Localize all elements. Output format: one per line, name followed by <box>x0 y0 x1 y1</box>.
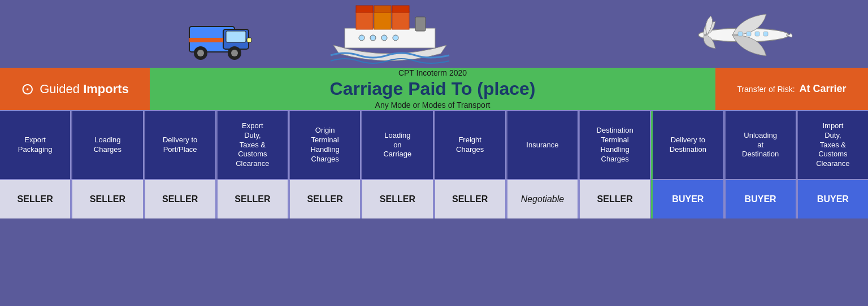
risk-value: At Carrier <box>800 83 847 95</box>
center-section: CPT Incoterm 2020 Carriage Paid To (plac… <box>150 68 715 110</box>
col-body-freight-charges: SELLER <box>434 179 506 218</box>
svg-point-17 <box>359 35 364 41</box>
col-header-origin-terminal: OriginTerminalHandlingCharges <box>289 111 361 179</box>
table-body-row: SELLERSELLERSELLERSELLERSELLERSELLERSELL… <box>0 179 868 218</box>
col-body-origin-terminal: SELLER <box>289 179 361 218</box>
svg-rect-7 <box>189 38 223 42</box>
col-header-freight-charges: FreightCharges <box>434 111 506 179</box>
col-header-insurance: Insurance <box>506 111 579 179</box>
col-body-delivery-port: SELLER <box>144 179 216 218</box>
col-header-import-duty: ImportDuty,Taxes &CustomsClearance <box>797 111 868 179</box>
svg-point-4 <box>197 50 204 56</box>
risk-label: Transfer of Risk: <box>737 85 795 94</box>
logo-text-plain: Guided <box>40 82 83 96</box>
svg-rect-22 <box>738 32 743 36</box>
svg-rect-16 <box>415 17 426 31</box>
logo-icon: ⊙ <box>21 80 34 98</box>
svg-rect-11 <box>374 11 391 29</box>
svg-rect-10 <box>356 11 373 29</box>
svg-rect-14 <box>374 6 391 12</box>
col-body-destination-terminal: SELLER <box>579 179 651 218</box>
svg-rect-2 <box>226 31 246 42</box>
svg-rect-8 <box>247 38 251 42</box>
col-body-unloading-destination: BUYER <box>724 179 797 218</box>
svg-rect-13 <box>356 6 373 12</box>
svg-rect-12 <box>392 11 409 29</box>
col-header-export-packaging: ExportPackaging <box>0 111 71 179</box>
svg-rect-25 <box>763 32 768 36</box>
logo-text-bold: Imports <box>83 82 129 96</box>
ship-icon <box>328 0 452 68</box>
header-strip: ⊙ Guided Imports CPT Incoterm 2020 Carri… <box>0 68 868 110</box>
logo-text: Guided Imports <box>40 82 129 97</box>
col-header-delivery-port: Delivery toPort/Place <box>144 111 216 179</box>
col-header-destination-terminal: DestinationTerminalHandlingCharges <box>579 111 651 179</box>
incoterm-title: Carriage Paid To (place) <box>330 78 536 99</box>
svg-rect-15 <box>392 6 409 12</box>
col-body-delivery-destination: BUYER <box>651 179 724 218</box>
col-header-loading-charges: LoadingCharges <box>71 111 144 179</box>
col-header-unloading-destination: UnloadingatDestination <box>724 111 797 179</box>
svg-point-6 <box>231 50 238 56</box>
logo-section: ⊙ Guided Imports <box>0 68 150 110</box>
svg-point-18 <box>370 35 376 41</box>
incoterm-desc: Any Mode or Modes of Transport <box>375 100 491 110</box>
svg-point-20 <box>393 35 398 41</box>
col-header-export-duty: ExportDuty,Taxes &CustomsClearance <box>216 111 289 179</box>
col-body-export-duty: SELLER <box>216 179 289 218</box>
col-body-export-packaging: SELLER <box>0 179 71 218</box>
table-container: ExportPackagingLoadingChargesDelivery to… <box>0 110 868 218</box>
truck-icon <box>186 12 254 63</box>
svg-rect-24 <box>755 32 760 36</box>
page-wrapper: ⊙ Guided Imports CPT Incoterm 2020 Carri… <box>0 0 868 218</box>
col-header-loading-carriage: LoadingonCarriage <box>361 111 433 179</box>
svg-rect-23 <box>747 32 751 36</box>
svg-point-19 <box>381 35 387 41</box>
incoterm-subtitle: CPT Incoterm 2020 <box>398 68 467 77</box>
col-body-loading-charges: SELLER <box>71 179 144 218</box>
col-body-loading-carriage: SELLER <box>361 179 433 218</box>
risk-section: Transfer of Risk: At Carrier <box>715 68 868 110</box>
plane-icon <box>693 11 795 59</box>
table-header-row: ExportPackagingLoadingChargesDelivery to… <box>0 110 868 179</box>
col-header-delivery-destination: Delivery toDestination <box>651 111 724 179</box>
col-body-import-duty: BUYER <box>797 179 868 218</box>
icon-area <box>0 0 868 68</box>
col-body-insurance: Negotiable <box>506 179 579 218</box>
